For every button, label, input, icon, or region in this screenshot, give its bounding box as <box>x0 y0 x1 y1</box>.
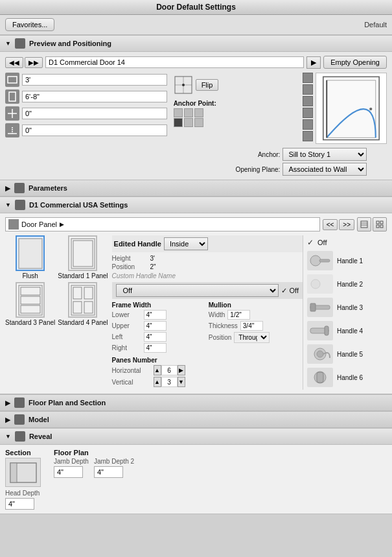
dim-input-1[interactable] <box>22 74 167 86</box>
jamb-depth-input[interactable] <box>54 466 83 478</box>
handle-3-label: Handle 3 <box>337 304 363 311</box>
anchor-cell-3[interactable] <box>194 108 203 117</box>
floor-plan-label: Floor Plan <box>54 449 134 456</box>
handle-item-1[interactable]: Handle 1 <box>307 251 383 270</box>
dim-input-4[interactable] <box>22 124 167 136</box>
upper-value[interactable] <box>144 321 167 331</box>
handle-item-2[interactable]: Handle 2 <box>307 274 383 294</box>
vertical-increment[interactable]: ▼ <box>178 377 185 387</box>
jamb-depth2-label: Jamb Depth 2 <box>94 458 134 465</box>
usa-arrow: ▼ <box>5 202 11 208</box>
horizontal-panes-row: Horizontal ▲ 6 ▶ <box>112 365 303 375</box>
grid-icon-btn[interactable] <box>373 217 387 231</box>
horizontal-decrement[interactable]: ▲ <box>154 365 161 375</box>
vertical-panes-label: Vertical <box>112 379 151 386</box>
panel-thumb-flush <box>16 235 45 271</box>
mullion-thickness-label: Thickness <box>209 322 238 329</box>
usa-settings-header[interactable]: ▼ D1 Commercial USA Settings <box>0 196 392 213</box>
anchor-icons-row2 <box>174 118 216 127</box>
panel-option-standard3[interactable]: Standard 3 Panel <box>5 282 55 326</box>
panel-option-flush[interactable]: Flush <box>5 235 55 279</box>
jamb-depth2-input[interactable] <box>94 466 123 478</box>
panel-option-standard4[interactable]: Standard 4 Panel <box>58 282 108 326</box>
flip-button[interactable]: Flip <box>196 79 219 91</box>
mullion-thickness-value[interactable] <box>240 321 263 331</box>
preview-type-icons <box>303 73 313 144</box>
handle-item-5[interactable]: Handle 5 <box>307 344 383 364</box>
anchor-cell-2[interactable] <box>184 108 193 117</box>
door-nav-next-next[interactable]: ▶▶ <box>25 57 43 68</box>
preview-content: ◀◀ ▶▶ ▶ Empty Opening <box>0 52 392 180</box>
dims-preview-row: Flip Anchor Point: <box>5 73 387 176</box>
dim-icon-1 <box>5 73 19 87</box>
handle-item-6[interactable]: Handle 6 <box>307 368 383 387</box>
preview-icon-1[interactable] <box>303 73 313 83</box>
horizontal-increment[interactable]: ▶ <box>178 365 185 375</box>
lower-value[interactable] <box>144 310 167 320</box>
head-depth-row: Head Depth <box>5 490 41 497</box>
panel-nav-prev[interactable]: << <box>323 219 338 230</box>
nav-arrows: << >> <box>323 219 354 230</box>
mullion-position-select[interactable]: Throug... <box>234 332 270 343</box>
preview-section-icon <box>15 38 25 49</box>
model-title: Model <box>29 416 49 423</box>
anchor-cell-4[interactable] <box>174 118 183 127</box>
dim-input-2[interactable] <box>22 91 167 102</box>
svg-point-9 <box>182 84 185 86</box>
mullion-width-value[interactable] <box>227 310 250 320</box>
anchor-icons-row <box>174 108 216 117</box>
dim-icon-3 <box>5 106 19 121</box>
favorites-button[interactable]: Favorites... <box>5 18 54 31</box>
off-select[interactable]: Off <box>116 284 279 297</box>
head-depth-input[interactable] <box>5 498 34 510</box>
door-name-input[interactable] <box>45 56 304 68</box>
parameters-section-header[interactable]: ▶ Parameters <box>0 180 392 196</box>
icon-buttons <box>357 217 387 231</box>
anchor-cell-5[interactable] <box>184 118 193 127</box>
height-row: Height 3' <box>112 255 303 262</box>
preview-icon-4[interactable] <box>303 108 313 118</box>
empty-opening-button[interactable]: Empty Opening <box>323 56 387 69</box>
dim-input-3[interactable] <box>22 108 167 119</box>
settings-icon-btn[interactable] <box>357 217 371 231</box>
preview-icon-5[interactable] <box>303 119 313 130</box>
left-value[interactable] <box>144 332 167 342</box>
handle-5-label: Handle 5 <box>337 351 363 358</box>
edited-handle-row: Edited Handle Inside Outside <box>112 235 303 252</box>
panel-nav-next[interactable]: >> <box>339 219 354 230</box>
handle-item-off[interactable]: ✓ Off <box>307 238 383 247</box>
reveal-section-header[interactable]: ▼ Reveal <box>0 428 392 445</box>
preview-icon-3[interactable] <box>303 96 313 106</box>
anchor-cell-6[interactable] <box>194 118 203 127</box>
door-panel-select[interactable]: Door Panel ▶ <box>5 217 320 231</box>
anchor-cell-1[interactable] <box>174 108 183 117</box>
opening-plane-select[interactable]: Associated to Wall <box>282 163 367 176</box>
jamb-depth-2-col: Jamb Depth 2 <box>94 458 134 478</box>
upper-row: Upper <box>112 321 206 331</box>
preview-section-header[interactable]: ▼ Preview and Positioning <box>0 35 392 52</box>
preview-icon-6[interactable] <box>303 131 313 141</box>
dim-row-3 <box>5 106 167 121</box>
handle-item-4[interactable]: Handle 4 <box>307 321 383 340</box>
right-value[interactable] <box>144 343 167 353</box>
door-nav-prev-prev[interactable]: ◀◀ <box>5 57 23 68</box>
floor-plan-col: Floor Plan Jamb Depth Jamb Depth 2 <box>54 449 134 510</box>
handle-img-1 <box>307 251 333 270</box>
preview-icon-2[interactable] <box>303 84 313 95</box>
reveal-icon <box>15 431 25 442</box>
lower-label: Lower <box>112 311 141 318</box>
vertical-stepper: ▲ 3 ▼ <box>154 377 185 387</box>
dim-icon-2 <box>5 89 19 104</box>
floor-plan-section-header[interactable]: ▶ Floor Plan and Section <box>0 394 392 411</box>
edited-handle-select[interactable]: Inside Outside <box>164 237 208 250</box>
anchor-select[interactable]: Sill to Story 1 <box>282 148 367 161</box>
svg-rect-18 <box>380 221 383 224</box>
door-expand-button[interactable]: ▶ <box>306 56 321 69</box>
vertical-decrement[interactable]: ▲ <box>154 377 161 387</box>
parameters-title: Parameters <box>29 184 67 192</box>
model-section-header[interactable]: ▶ Model <box>0 411 392 428</box>
handle-img-3 <box>307 298 333 317</box>
panel-option-standard1[interactable]: Standard 1 Panel <box>58 235 108 279</box>
handle-item-3[interactable]: Handle 3 <box>307 298 383 317</box>
jamb-depth-1-col: Jamb Depth <box>54 458 89 478</box>
